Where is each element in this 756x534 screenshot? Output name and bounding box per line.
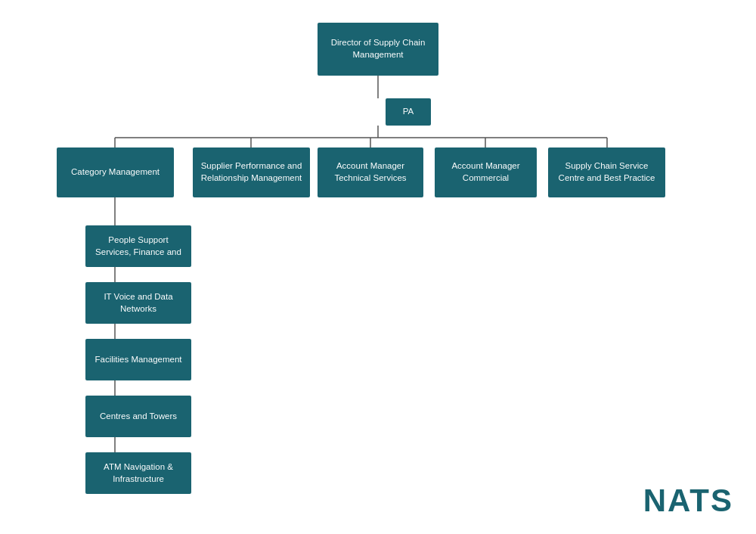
director-node: Director of Supply Chain Management [318, 23, 438, 76]
atm-node: ATM Navigation & Infrastructure [85, 452, 191, 494]
category-node: Category Management [57, 147, 174, 197]
org-chart: Director of Supply Chain Management PA C… [0, 0, 756, 534]
people-node: People Support Services, Finance and [85, 225, 191, 267]
am-comm-node: Account Manager Commercial [435, 147, 537, 197]
supplier-node: Supplier Performance and Relationship Ma… [193, 147, 310, 197]
it-node: IT Voice and Data Networks [85, 282, 191, 324]
am-tech-node: Account Manager Technical Services [318, 147, 423, 197]
facilities-node: Facilities Management [85, 339, 191, 380]
supply-chain-node: Supply Chain Service Centre and Best Pra… [548, 147, 665, 197]
centres-node: Centres and Towers [85, 396, 191, 437]
nats-logo: NATS [643, 483, 733, 519]
pa-node: PA [386, 98, 431, 126]
